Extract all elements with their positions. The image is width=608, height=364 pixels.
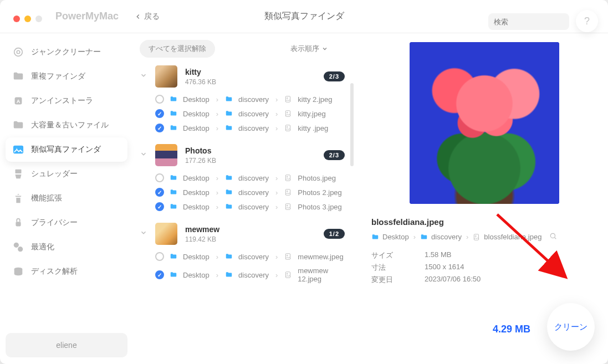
path-filename: blossfeldiana.jpeg [484, 233, 541, 241]
path-discovery: discovery [238, 253, 269, 261]
scrollbar[interactable] [350, 83, 354, 166]
file-checkbox[interactable] [155, 270, 164, 279]
help-icon: ? [584, 16, 590, 27]
svg-point-18 [287, 126, 288, 127]
clean-button[interactable]: クリーン [547, 303, 595, 351]
path-separator: › [216, 174, 218, 182]
file-row[interactable]: Desktop›discovery›kitty .jpeg [140, 121, 349, 135]
file-checkbox[interactable] [155, 252, 164, 261]
group-info: Photos177.26 KB [185, 146, 216, 165]
svg-rect-6 [14, 146, 23, 153]
back-button[interactable]: 戻る [134, 12, 160, 22]
file-row[interactable]: Desktop›discovery›Photos 3.jpeg [140, 199, 349, 214]
image-icon [12, 143, 24, 156]
sidebar-item[interactable]: 大容量＆古いファイル [6, 113, 127, 137]
folder-icon [225, 253, 233, 260]
svg-point-26 [287, 255, 288, 256]
image-file-icon [284, 253, 292, 260]
file-name: kitty 2.jpeg [298, 95, 332, 104]
path-desktop: Desktop [382, 233, 409, 241]
file-group: kitty476.36 KB2/3Desktop›discovery›kitty… [140, 63, 349, 135]
user-pill[interactable]: eliene [6, 333, 127, 357]
search-box[interactable] [488, 13, 569, 30]
file-name: kitty .jpeg [298, 124, 328, 132]
sidebar-item[interactable]: 重複ファインダ [6, 64, 127, 89]
selection-badge: 2/3 [324, 150, 345, 160]
group-thumbnail [155, 65, 177, 88]
sidebar-item-label: プライバシー [31, 218, 78, 228]
reveal-in-finder-icon[interactable] [549, 232, 557, 242]
sidebar-item[interactable]: Aアンインストーラ [6, 89, 127, 113]
chevron-down-icon[interactable] [140, 229, 147, 239]
file-row[interactable]: Desktop›discovery›Photos 2.jpeg [140, 185, 349, 199]
svg-point-10 [14, 243, 19, 248]
svg-rect-8 [16, 170, 22, 173]
file-row[interactable]: Desktop›discovery›kitty 2.jpeg [140, 92, 349, 106]
sidebar-item[interactable]: ディスク解析 [6, 259, 127, 284]
group-header[interactable]: kitty476.36 KB2/3 [140, 63, 349, 92]
file-checkbox[interactable] [155, 95, 164, 104]
sort-order-label: 表示順序 [290, 44, 319, 54]
chevron-down-icon [321, 45, 328, 52]
group-thumbnail [155, 223, 177, 245]
file-checkbox[interactable] [155, 124, 164, 132]
main: すべてを選択解除 表示順序 kitty476.36 KB2/3Desktop›d… [133, 33, 608, 364]
group-list: kitty476.36 KB2/3Desktop›discovery›kitty… [140, 63, 355, 362]
file-checkbox[interactable] [155, 188, 164, 197]
app-icon: A [12, 95, 24, 107]
shredder-icon [12, 168, 24, 180]
file-row[interactable]: Desktop›discovery›mewmew 12.jpeg [140, 264, 349, 286]
file-row[interactable]: Desktop›discovery›kitty.jpeg [140, 106, 349, 121]
page-title: 類似写真ファインダ [264, 11, 344, 22]
svg-rect-9 [16, 222, 21, 226]
svg-rect-23 [286, 204, 290, 210]
close-window-icon[interactable] [13, 16, 20, 22]
sidebar-item-label: 重複ファインダ [31, 71, 85, 81]
file-checkbox[interactable] [155, 109, 164, 118]
image-file-icon [284, 203, 292, 211]
chevron-down-icon[interactable] [140, 150, 147, 160]
path-discovery: discovery [238, 110, 269, 118]
help-button[interactable]: ? [576, 10, 598, 32]
sort-order-button[interactable]: 表示順序 [290, 44, 328, 54]
svg-point-2 [14, 48, 23, 57]
file-list-column: すべてを選択解除 表示順序 kitty476.36 KB2/3Desktop›d… [133, 33, 355, 364]
path-separator: › [413, 233, 416, 241]
path-discovery: discovery [238, 271, 269, 279]
file-row[interactable]: Desktop›discovery›Photos.jpeg [140, 171, 349, 185]
svg-rect-15 [286, 111, 290, 117]
search-input[interactable] [494, 18, 587, 26]
svg-rect-25 [286, 254, 290, 260]
sidebar-item[interactable]: 類似写真ファインダ [6, 137, 127, 162]
folder-icon [12, 70, 24, 83]
sidebar-item[interactable]: シュレッダー [6, 162, 127, 186]
path-separator: › [275, 253, 278, 261]
image-file-icon [284, 271, 292, 279]
sidebar-item[interactable]: 最適化 [6, 235, 127, 259]
maximize-window-icon[interactable] [35, 16, 42, 22]
path-discovery: discovery [238, 95, 269, 104]
total-size: 4.29 MB [493, 324, 530, 335]
app-window: PowerMyMac 戻る 類似写真ファインダ ? ジャンククリーナー重複ファイ… [0, 0, 608, 364]
path-desktop: Desktop [183, 124, 210, 132]
sidebar-item-label: 機能拡張 [31, 193, 62, 203]
minimize-window-icon[interactable] [24, 16, 31, 22]
file-checkbox[interactable] [155, 202, 164, 211]
path-separator: › [275, 95, 278, 104]
extension-icon [12, 192, 24, 204]
sidebar-item[interactable]: ジャンククリーナー [6, 40, 127, 64]
group-header[interactable]: Photos177.26 KB2/3 [140, 142, 349, 171]
meta-size-value: 1.58 MB [425, 250, 451, 260]
sidebar-item[interactable]: プライバシー [6, 211, 127, 235]
file-checkbox[interactable] [155, 173, 164, 182]
deselect-all-button[interactable]: すべてを選択解除 [140, 40, 215, 58]
sidebar-item[interactable]: 機能拡張 [6, 186, 127, 211]
file-row[interactable]: Desktop›discovery›mewmew.jpeg [140, 249, 349, 264]
chevron-down-icon[interactable] [140, 71, 147, 81]
path-desktop: Desktop [183, 253, 210, 261]
path-desktop: Desktop [183, 203, 210, 211]
folder-icon [12, 119, 24, 131]
path-desktop: Desktop [183, 188, 210, 197]
group-header[interactable]: mewmew119.42 KB1/2 [140, 221, 349, 249]
path-separator: › [216, 253, 218, 261]
